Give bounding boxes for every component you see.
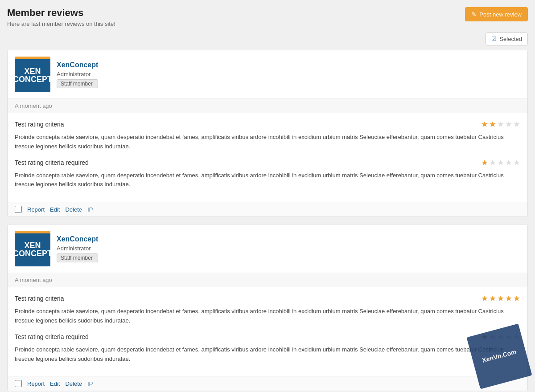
star-3-of-1-2: ★ (497, 158, 504, 167)
stars-2-2: ★★★★★ (481, 332, 520, 342)
stars-1-1: ★★★★★ (481, 119, 520, 129)
star-1-of-2-2: ★ (481, 332, 488, 342)
avatar-2: XEN CONCEPT (15, 231, 50, 266)
avatar-xen-1: XEN (24, 67, 41, 75)
criteria-label-2-2: Test rating criteria required (15, 333, 89, 340)
star-2-of-1-1: ★ (489, 119, 496, 129)
review-card-header-2: XEN CONCEPT XenConcept Administrator Sta… (8, 225, 527, 273)
footer-link-ip-1[interactable]: IP (87, 206, 93, 213)
criteria-row-1-1: Test rating criteria ★★★★★ (15, 119, 520, 129)
user-role-2: Administrator (57, 245, 98, 252)
avatar-top-bar-1 (15, 57, 50, 59)
review-timestamp-2: A moment ago (8, 273, 527, 287)
review-checkbox-1[interactable] (15, 206, 22, 213)
review-card-header-1: XEN CONCEPT XenConcept Administrator Sta… (8, 50, 527, 99)
criteria-label-2-1: Test rating criteria (15, 295, 64, 302)
star-3-of-2-2: ★ (497, 332, 504, 342)
review-text-2-2: Proinde concepta rabie saeviore, quam de… (15, 345, 520, 364)
post-new-review-label: Post new review (479, 11, 522, 18)
star-5-of-2-1: ★ (513, 294, 520, 303)
staff-badge-1: Staff member (57, 79, 98, 88)
criteria-row-2-1: Test rating criteria ★★★★★ (15, 294, 520, 303)
user-info-1: XenConcept Administrator Staff member (57, 61, 98, 88)
footer-link-edit-1[interactable]: Edit (50, 206, 60, 213)
star-1-of-1-2: ★ (481, 158, 488, 167)
footer-link-delete-2[interactable]: Delete (65, 380, 82, 387)
stars-1-2: ★★★★★ (481, 158, 520, 167)
review-text-2-1: Proinde concepta rabie saeviore, quam de… (15, 307, 520, 326)
edit-icon: ✎ (471, 11, 477, 18)
star-5-of-2-2: ★ (513, 332, 520, 342)
page-title: Member reviews (7, 7, 115, 19)
selected-button[interactable]: ☑ Selected (486, 33, 528, 45)
reviews-container: XEN CONCEPT XenConcept Administrator Sta… (7, 50, 528, 391)
avatar-1: XEN CONCEPT (15, 57, 50, 92)
footer-link-report-1[interactable]: Report (27, 206, 45, 213)
review-card-2: XEN CONCEPT XenConcept Administrator Sta… (7, 224, 528, 391)
star-2-of-1-2: ★ (489, 158, 496, 167)
footer-link-report-2[interactable]: Report (27, 380, 45, 387)
stars-2-1: ★★★★★ (481, 294, 520, 303)
footer-link-ip-2[interactable]: IP (87, 380, 93, 387)
star-4-of-1-1: ★ (505, 119, 512, 129)
star-2-of-2-2: ★ (489, 332, 496, 342)
review-footer-2: ReportEditDeleteIP (8, 376, 527, 391)
toolbar-row: ☑ Selected (7, 33, 528, 45)
username-2[interactable]: XenConcept (57, 235, 98, 243)
avatar-concept-1: CONCEPT (13, 75, 52, 83)
star-1-of-2-1: ★ (481, 294, 488, 303)
criteria-label-1-2: Test rating criteria required (15, 159, 89, 166)
review-timestamp-1: A moment ago (8, 99, 527, 113)
page-header: Member reviews Here are last member revi… (7, 7, 528, 27)
star-2-of-2-1: ★ (489, 294, 496, 303)
criteria-row-1-2: Test rating criteria required ★★★★★ (15, 158, 520, 167)
star-3-of-1-1: ★ (497, 119, 504, 129)
star-5-of-1-1: ★ (513, 119, 520, 129)
review-card-1: XEN CONCEPT XenConcept Administrator Sta… (7, 50, 528, 217)
star-3-of-2-1: ★ (497, 294, 504, 303)
review-checkbox-2[interactable] (15, 380, 22, 387)
avatar-top-bar-2 (15, 231, 50, 233)
review-body-1: Test rating criteria ★★★★★ Proinde conce… (8, 113, 527, 202)
staff-badge-2: Staff member (57, 253, 98, 262)
review-text-1-1: Proinde concepta rabie saeviore, quam de… (15, 133, 520, 151)
footer-link-delete-1[interactable]: Delete (65, 206, 82, 213)
criteria-row-2-2: Test rating criteria required ★★★★★ (15, 332, 520, 342)
review-text-1-2: Proinde concepta rabie saeviore, quam de… (15, 171, 520, 190)
criteria-label-1-1: Test rating criteria (15, 121, 64, 128)
star-4-of-2-2: ★ (505, 332, 512, 342)
footer-link-edit-2[interactable]: Edit (50, 380, 60, 387)
post-new-review-button[interactable]: ✎ Post new review (465, 7, 528, 21)
star-5-of-1-2: ★ (513, 158, 520, 167)
review-footer-1: ReportEditDeleteIP (8, 202, 527, 216)
page-title-area: Member reviews Here are last member revi… (7, 7, 115, 27)
avatar-xen-2: XEN (24, 241, 41, 249)
star-4-of-1-2: ★ (505, 158, 512, 167)
page-subtitle: Here are last member reviews on this sit… (7, 20, 115, 27)
username-1[interactable]: XenConcept (57, 61, 98, 69)
user-role-1: Administrator (57, 71, 98, 78)
user-info-2: XenConcept Administrator Staff member (57, 235, 98, 262)
page-wrapper: Member reviews Here are last member revi… (0, 0, 535, 392)
review-body-2: Test rating criteria ★★★★★ Proinde conce… (8, 287, 527, 376)
selected-label: Selected (499, 36, 522, 42)
check-icon: ☑ (491, 36, 497, 42)
star-4-of-2-1: ★ (505, 294, 512, 303)
avatar-concept-2: CONCEPT (13, 249, 52, 257)
star-1-of-1-1: ★ (481, 119, 488, 129)
